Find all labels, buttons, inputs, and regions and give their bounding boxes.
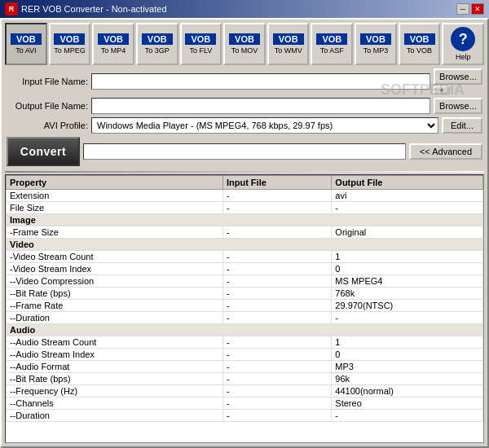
cell-property: --Video Compression xyxy=(7,275,223,288)
cell-output: 0 xyxy=(332,349,483,361)
cell-input: - xyxy=(222,190,331,202)
cell-property: --Frequency (Hz) xyxy=(7,385,223,397)
vob-bottom-label: To ASF xyxy=(320,46,344,55)
output-file-field[interactable] xyxy=(91,98,430,114)
toolbar-btn-to-asf[interactable]: VOBTo ASF xyxy=(311,23,353,65)
toolbar: VOBTo AVIVOBTo MPEGVOBTo MP4VOBTo 3GPVOB… xyxy=(2,20,487,65)
col-property: Property xyxy=(7,176,223,190)
col-input: Input File xyxy=(222,176,331,190)
profile-select[interactable]: Windows Media Player - (MS MPEG4, 768 kb… xyxy=(91,117,438,134)
section-label: Audio xyxy=(7,324,483,336)
toolbar-btn-to-mpeg[interactable]: VOBTo MPEG xyxy=(49,23,91,65)
app-icon: R xyxy=(5,2,18,15)
table-row: --Video Compression-MS MPEG4 xyxy=(7,275,483,288)
edit-button[interactable]: Edit... xyxy=(442,117,482,134)
input-browse-button[interactable]: Browse... xyxy=(434,68,482,85)
toolbar-btn-to-3gp[interactable]: VOBTo 3GP xyxy=(136,23,178,65)
cell-property: -Video Stream Index xyxy=(7,263,223,275)
profile-label: AVI Profile: xyxy=(7,121,88,130)
cell-output: 1 xyxy=(332,336,483,349)
output-file-row: Output File Name: Browse... xyxy=(7,98,482,114)
vob-top-label: VOB xyxy=(360,33,391,45)
close-button[interactable]: ✕ xyxy=(471,3,484,15)
cell-input: - xyxy=(222,251,331,263)
vob-bottom-label: To WMV xyxy=(275,46,302,55)
cell-input: - xyxy=(222,263,331,275)
input-file-label: Input File Name: xyxy=(7,77,88,86)
table-row: --Frequency (Hz)-44100(normal) xyxy=(7,385,483,397)
vob-top-label: VOB xyxy=(98,33,129,45)
cell-output: - xyxy=(332,312,483,324)
table-row: --Frame Rate-29.970(NTSC) xyxy=(7,300,483,312)
table-area: Property Input File Output File Extensio… xyxy=(5,174,484,443)
section-label: Video xyxy=(7,239,483,251)
vob-top-label: VOB xyxy=(11,33,42,45)
vob-top-label: VOB xyxy=(273,33,304,45)
cell-input: - xyxy=(222,226,331,239)
window-title: RER VOB Converter - Non-activated xyxy=(21,4,167,14)
profile-row: AVI Profile: Windows Media Player - (MS … xyxy=(7,117,482,134)
vob-bottom-label: To MP3 xyxy=(363,46,389,55)
cell-input: - xyxy=(222,300,331,312)
toolbar-btn-to-vob[interactable]: VOBTo VOB xyxy=(399,23,441,65)
window-controls: ─ ✕ xyxy=(456,3,484,15)
vob-bottom-label: To 3GP xyxy=(145,46,170,55)
vob-top-label: VOB xyxy=(229,33,260,45)
toolbar-btn-to-mp4[interactable]: VOBTo MP4 xyxy=(92,23,134,65)
cell-input: - xyxy=(222,288,331,300)
properties-table: Property Input File Output File Extensio… xyxy=(6,175,483,422)
cell-property: -Video Stream Count xyxy=(7,251,223,263)
table-row: -Video Stream Count-1 xyxy=(7,251,483,263)
cell-input: - xyxy=(222,312,331,324)
cell-input: - xyxy=(222,349,331,361)
table-row: --Bit Rate (bps)-96k xyxy=(7,373,483,385)
minimize-button[interactable]: ─ xyxy=(456,3,469,15)
cell-input: - xyxy=(222,385,331,397)
vob-bottom-label: To MPEG xyxy=(54,46,86,55)
main-window: VOBTo AVIVOBTo MPEGVOBTo MP4VOBTo 3GPVOB… xyxy=(0,18,489,448)
cell-output: 44100(normal) xyxy=(332,385,483,397)
cell-property: --Duration xyxy=(7,312,223,324)
cell-property: Extension xyxy=(7,190,223,202)
cell-input: - xyxy=(222,397,331,410)
output-browse-button[interactable]: Browse... xyxy=(434,98,482,114)
input-file-field[interactable] xyxy=(91,73,430,90)
toolbar-btn-to-flv[interactable]: VOBTo FLV xyxy=(180,23,222,65)
vob-bottom-label: To FLV xyxy=(189,46,212,55)
cell-input: - xyxy=(222,275,331,288)
table-row: --Duration-- xyxy=(7,312,483,324)
browse-area: Browse... + xyxy=(434,68,482,94)
cell-output: 1 xyxy=(332,251,483,263)
divider xyxy=(5,171,484,173)
table-row: -Frame Size-Original xyxy=(7,226,483,239)
form-area: Input File Name: Browse... + Output File… xyxy=(2,65,487,169)
advanced-button[interactable]: << Advanced xyxy=(409,143,482,160)
progress-bar xyxy=(83,143,406,160)
toolbar-btn-to-mov[interactable]: VOBTo MOV xyxy=(223,23,266,65)
toolbar-btn-to-mp3[interactable]: VOBTo MP3 xyxy=(355,23,397,65)
cell-property: --Audio Format xyxy=(7,361,223,373)
title-bar: R RER VOB Converter - Non-activated ─ ✕ xyxy=(0,0,489,18)
cell-input: - xyxy=(222,373,331,385)
input-add-button[interactable]: + xyxy=(434,86,450,94)
cell-output: 96k xyxy=(332,373,483,385)
vob-bottom-label: To MOV xyxy=(231,46,258,55)
table-row: --Audio Stream Count-1 xyxy=(7,336,483,349)
vob-bottom-label: To AVI xyxy=(15,46,36,55)
section-label: Image xyxy=(7,214,483,226)
convert-button[interactable]: Convert xyxy=(7,137,80,166)
cell-property: -Frame Size xyxy=(7,226,223,239)
cell-property: --Frame Rate xyxy=(7,300,223,312)
section-header-row: Audio xyxy=(7,324,483,336)
toolbar-btn-to-avi[interactable]: VOBTo AVI xyxy=(5,23,47,65)
convert-row: Convert << Advanced xyxy=(7,137,482,166)
toolbar-btn-to-wmv[interactable]: VOBTo WMV xyxy=(267,23,310,65)
vob-bottom-label: To MP4 xyxy=(101,46,126,55)
cell-input: - xyxy=(222,361,331,373)
help-button[interactable]: ?Help xyxy=(442,23,484,65)
cell-input: - xyxy=(222,202,331,214)
cell-input: - xyxy=(222,336,331,349)
table-row: --Duration-- xyxy=(7,410,483,422)
table-row: --Audio Stream Index-0 xyxy=(7,349,483,361)
table-header-row: Property Input File Output File xyxy=(7,176,483,190)
